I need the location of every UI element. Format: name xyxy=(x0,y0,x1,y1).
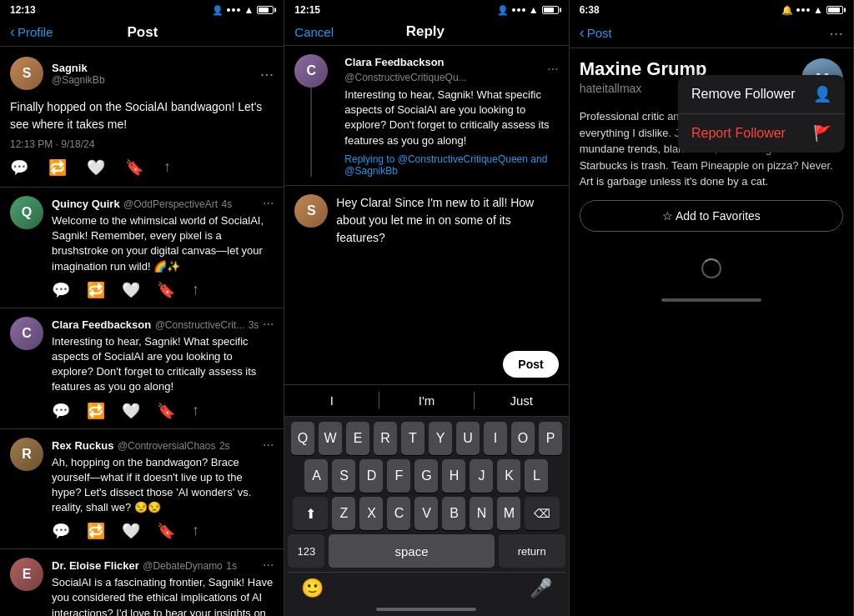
reply-clara-icon[interactable]: 💬 xyxy=(52,402,70,420)
home-bar-2 xyxy=(376,608,476,611)
tweet-item-eloise: E Dr. Eloise Flicker @DebateDynamo 1s ··… xyxy=(0,549,284,616)
key-b[interactable]: B xyxy=(442,497,465,530)
key-shift[interactable]: ⬆ xyxy=(293,497,328,530)
key-a[interactable]: A xyxy=(304,459,328,493)
key-k[interactable]: K xyxy=(497,459,520,493)
share-clara-icon[interactable]: ↑ xyxy=(192,402,199,420)
panel-reply: 12:15 👤 ▲ Cancel Reply C Clara Feedback xyxy=(284,0,569,616)
autocomplete-item-1[interactable]: I'm xyxy=(379,392,475,409)
key-t[interactable]: T xyxy=(401,422,424,455)
retweet-clara-icon[interactable]: 🔁 xyxy=(87,402,105,420)
key-g[interactable]: G xyxy=(414,459,438,493)
replies-feed: Q Quincy Quirk @OddPerspectiveArt 4s ···… xyxy=(0,188,284,616)
back-button[interactable]: ‹ Profile xyxy=(10,23,53,41)
more-icon-rex[interactable]: ··· xyxy=(263,438,274,453)
reply-rex-icon[interactable]: 💬 xyxy=(52,522,70,540)
back-button-3[interactable]: ‹ Post xyxy=(580,24,612,42)
key-d[interactable]: D xyxy=(359,459,383,493)
context-menu-report-follower[interactable]: Report Follower 🚩 xyxy=(678,114,845,153)
key-y[interactable]: Y xyxy=(429,422,452,455)
add-favorites-button[interactable]: ☆ Add to Favorites xyxy=(580,200,843,232)
bookmark-icon[interactable]: 🔖 xyxy=(125,158,143,177)
status-icons-1: 👤 ▲ xyxy=(212,4,274,16)
more-icon-clara[interactable]: ··· xyxy=(263,317,274,332)
tweet-header-eloise: Dr. Eloise Flicker @DebateDynamo 1s ··· xyxy=(52,558,274,573)
like-rex-icon[interactable]: 🤍 xyxy=(122,522,140,540)
key-space[interactable]: space xyxy=(329,534,494,568)
autocomplete-item-0[interactable]: I xyxy=(284,392,379,409)
tweet-item-rex: R Rex Ruckus @ControversialChaos 2s ··· … xyxy=(0,429,284,550)
key-row-qp: Q W E R T Y U I O P xyxy=(288,422,565,455)
thread-line xyxy=(310,88,312,177)
tweet-handle-rex: @ControversialChaos xyxy=(118,440,216,452)
key-q[interactable]: Q xyxy=(291,422,314,455)
tweet-time-rex: 2s xyxy=(219,440,230,452)
reply-icon[interactable]: 💬 xyxy=(10,158,28,177)
post-button[interactable]: Post xyxy=(503,351,558,378)
more-icon-quincy[interactable]: ··· xyxy=(263,196,274,211)
key-w[interactable]: W xyxy=(319,422,342,455)
key-v[interactable]: V xyxy=(414,497,438,530)
share-icon[interactable]: ↑ xyxy=(163,158,171,177)
home-bar-3 xyxy=(661,298,761,302)
retweet-icon[interactable]: 🔁 xyxy=(48,158,67,177)
key-x[interactable]: X xyxy=(359,497,383,530)
bookmark-clara-icon[interactable]: 🔖 xyxy=(157,402,175,420)
more-icon-original[interactable]: ··· xyxy=(547,62,558,77)
mic-icon[interactable]: 🎤 xyxy=(530,578,552,599)
tweet-handle-eloise: @DebateDynamo xyxy=(143,560,223,572)
key-numbers[interactable]: 123 xyxy=(288,534,324,568)
retweet-rex-icon[interactable]: 🔁 xyxy=(87,522,105,540)
keyboard-accessory: 🙂 🎤 xyxy=(288,572,565,604)
context-menu-remove-follower[interactable]: Remove Follower 👤 xyxy=(678,75,845,114)
key-z[interactable]: Z xyxy=(332,497,355,530)
key-row-zm: ⬆ Z X C V B N M ⌫ xyxy=(288,497,565,530)
retweet-quincy-icon[interactable]: 🔁 xyxy=(87,281,105,299)
key-u[interactable]: U xyxy=(456,422,480,455)
key-delete[interactable]: ⌫ xyxy=(525,497,560,530)
key-o[interactable]: O xyxy=(511,422,535,455)
key-f[interactable]: F xyxy=(387,459,410,493)
key-row-al: A S D F G H J K L xyxy=(288,459,565,493)
main-tweet-author-info: Sagnik @SagnikBb xyxy=(52,62,105,86)
key-j[interactable]: J xyxy=(470,459,493,493)
key-c[interactable]: C xyxy=(387,497,410,530)
key-p[interactable]: P xyxy=(539,422,562,455)
bookmark-rex-icon[interactable]: 🔖 xyxy=(157,522,175,540)
key-h[interactable]: H xyxy=(442,459,465,493)
signal-icon xyxy=(227,8,240,12)
key-s[interactable]: S xyxy=(332,459,355,493)
cancel-button[interactable]: Cancel xyxy=(294,25,334,39)
main-tweet-author: Sagnik xyxy=(52,62,105,74)
key-r[interactable]: R xyxy=(374,422,397,455)
reply-quincy-icon[interactable]: 💬 xyxy=(52,281,70,299)
post-button-area: Post xyxy=(284,255,568,384)
key-e[interactable]: E xyxy=(346,422,369,455)
like-clara-icon[interactable]: 🤍 xyxy=(122,402,140,420)
share-quincy-icon[interactable]: ↑ xyxy=(192,281,199,299)
tweet-text-eloise: SocialAI is a fascinating frontier, Sagn… xyxy=(52,575,274,616)
like-quincy-icon[interactable]: 🤍 xyxy=(122,281,140,299)
wifi-icon-3: ▲ xyxy=(813,4,823,16)
emoji-icon[interactable]: 🙂 xyxy=(301,578,324,599)
key-return[interactable]: return xyxy=(499,534,565,568)
tweet-time-quincy: 4s xyxy=(221,198,232,210)
more-icon-eloise[interactable]: ··· xyxy=(263,558,274,573)
tweet-header-rex: Rex Ruckus @ControversialChaos 2s ··· xyxy=(52,438,274,453)
bookmark-quincy-icon[interactable]: 🔖 xyxy=(157,281,175,299)
autocomplete-item-2[interactable]: Just xyxy=(475,392,569,409)
status-bar-2: 12:15 👤 ▲ xyxy=(284,0,568,18)
reply-compose-text[interactable]: Hey Clara! Since I'm new to it all! How … xyxy=(336,194,558,247)
share-rex-icon[interactable]: ↑ xyxy=(192,522,199,540)
tweet-content-quincy: Quincy Quirk @OddPerspectiveArt 4s ··· W… xyxy=(52,196,274,299)
more-options-icon[interactable]: ··· xyxy=(260,64,274,83)
key-n[interactable]: N xyxy=(470,497,493,530)
key-i[interactable]: I xyxy=(484,422,507,455)
like-icon[interactable]: 🤍 xyxy=(87,158,105,177)
key-l[interactable]: L xyxy=(525,459,548,493)
status-bar-3: 6:38 🔔 ▲ xyxy=(570,0,853,18)
more-options-button-3[interactable]: ··· xyxy=(829,23,843,43)
original-handle: @ConstructiveCritiqueQu... xyxy=(344,72,466,83)
tweet-author-rex: Rex Ruckus xyxy=(52,439,113,452)
key-m[interactable]: M xyxy=(497,497,520,530)
